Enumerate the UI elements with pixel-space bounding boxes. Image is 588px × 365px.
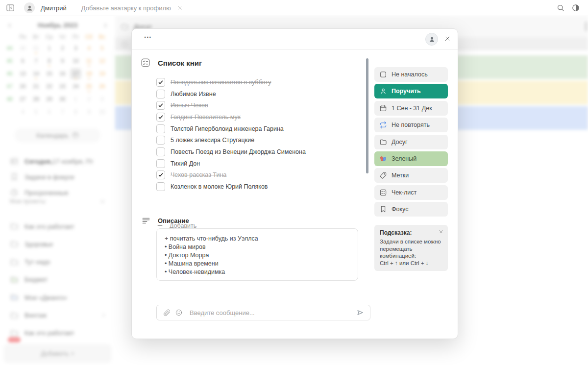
property-label: Зеленый	[392, 155, 416, 162]
modal-scrollbar[interactable]	[366, 58, 368, 173]
avatar-person-icon	[26, 4, 33, 12]
modal-close-icon[interactable]	[444, 35, 451, 42]
property-button-tag[interactable]: Метки	[374, 168, 448, 183]
checklist-item-label[interactable]: Голдинг Повелитель мух	[171, 114, 241, 121]
task-modal: ... Список книг Понедельник начинается в…	[131, 28, 458, 339]
description-line: • Доктор Морра	[165, 251, 350, 260]
hint-tooltip: Подсказка: Задачи в списке можноперемеща…	[374, 225, 448, 271]
checklist-item: Голдинг Повелитель мух	[156, 111, 352, 123]
assignee-avatar[interactable]	[425, 33, 438, 46]
more-menu-button[interactable]: ...	[144, 31, 152, 39]
property-label: Метки	[392, 172, 409, 179]
checklist-item: Козленок в молоке Юрий Поляков	[156, 181, 352, 193]
checkbox[interactable]	[156, 159, 165, 168]
property-button-status-checkbox[interactable]: Не началось	[374, 67, 448, 82]
checkbox[interactable]	[156, 147, 165, 156]
checklist-item: Повесть Поезд из Венеции Джорджа Сименон…	[156, 146, 352, 158]
checkbox[interactable]	[156, 101, 165, 110]
property-button-person[interactable]: Поручить	[374, 84, 448, 98]
task-properties: Не началосьПоручить1 Сен - 31 ДекНе повт…	[374, 67, 448, 219]
modal-header: ...	[132, 29, 458, 50]
property-button-repeat[interactable]: Не повторять	[374, 118, 448, 132]
checkbox[interactable]	[156, 90, 165, 98]
checkbox[interactable]	[156, 78, 165, 87]
panel-collapse-icon[interactable]	[5, 3, 15, 13]
property-button-folder[interactable]: Досуг	[374, 135, 448, 149]
checklist-item: Ионыч Чехов	[156, 99, 352, 111]
property-label: Не началось	[392, 71, 428, 78]
checklist-item: 5 ложек элексира Стругацкие	[156, 134, 352, 146]
hint-text-line: Ctrl + ↑ или Ctrl + ↓	[380, 260, 442, 267]
checkbox[interactable]	[156, 113, 165, 122]
emoji-icon[interactable]	[175, 309, 183, 316]
checklist-item-label[interactable]: 5 ложек элексира Стругацкие	[171, 137, 254, 144]
checkbox[interactable]	[156, 170, 165, 179]
avatar-hint-text: Добавьте аватарку к профилю	[81, 4, 171, 12]
send-icon[interactable]	[356, 309, 364, 316]
checklist-item-label[interactable]: Толстой Гиперболоид инженера Гарина	[171, 125, 284, 132]
description-line: + почитать что-нибудь из Уэллса	[165, 235, 350, 243]
checkbox[interactable]	[156, 136, 165, 145]
checklist-item: Понедельник начинается в субботу	[156, 76, 352, 88]
hint-title: Подсказка:	[380, 229, 442, 236]
app-window: Дмитрий Добавьте аватарку к профилю Нояб…	[0, 0, 588, 365]
repeat-icon	[379, 121, 387, 129]
checklist-icon	[379, 189, 387, 196]
checklist-item-label[interactable]: Козленок в молоке Юрий Поляков	[171, 183, 268, 190]
checklist-title: Список книг	[158, 59, 202, 67]
description-editor[interactable]: + почитать что-нибудь из Уэллса• Война м…	[156, 228, 358, 281]
property-button-color[interactable]: Зеленый	[374, 151, 448, 166]
checklist-item: Толстой Гиперболоид инженера Гарина	[156, 123, 352, 135]
property-button-bookmark[interactable]: Фокус	[374, 202, 448, 217]
folder-icon	[379, 138, 387, 146]
checklist-item-label[interactable]: Повесть Поезд из Венеции Джорджа Сименон…	[171, 148, 306, 155]
theme-toggle-icon[interactable]	[571, 3, 580, 12]
avatar[interactable]	[24, 2, 35, 13]
checklist-item: Чехов рассказ Тина	[156, 170, 352, 181]
description-section-icon	[141, 216, 151, 225]
property-label: Поручить	[392, 88, 421, 95]
tag-icon	[379, 171, 387, 179]
message-input[interactable]	[189, 309, 356, 317]
top-bar: Дмитрий Добавьте аватарку к профилю	[0, 0, 588, 16]
status-checkbox-icon	[379, 71, 387, 78]
message-bar	[156, 305, 370, 320]
avatar-person-icon	[428, 36, 436, 43]
bookmark-icon	[379, 205, 387, 213]
description-line: • Машина времени	[165, 260, 350, 268]
search-icon[interactable]	[556, 3, 565, 12]
checklist-item-label[interactable]: Любимов Извне	[171, 91, 216, 97]
checklist-item: Тихий Дон	[156, 158, 352, 170]
hint-close-icon[interactable]	[439, 229, 443, 234]
property-button-checklist[interactable]: Чек-лист	[374, 185, 448, 200]
person-icon	[379, 87, 387, 95]
property-label: Досуг	[392, 139, 408, 146]
checklist-item-label[interactable]: Ионыч Чехов	[171, 102, 208, 109]
description-line: • Война миров	[165, 243, 350, 251]
property-button-calendar[interactable]: 1 Сен - 31 Дек	[374, 101, 448, 116]
hint-text-line: перемещать комбинацией:	[380, 245, 442, 260]
hint-text-line: Задачи в списке можно	[380, 238, 442, 245]
checkbox[interactable]	[156, 124, 165, 133]
checkbox[interactable]	[156, 182, 165, 191]
user-name: Дмитрий	[41, 4, 67, 12]
checklist: Понедельник начинается в субботуЛюбимов …	[156, 76, 352, 193]
checklist-item-label[interactable]: Тихий Дон	[171, 160, 200, 167]
calendar-icon	[379, 104, 387, 112]
property-label: 1 Сен - 31 Дек	[392, 105, 432, 112]
checklist-section-icon	[140, 57, 151, 68]
checklist-item-label[interactable]: Чехов рассказ Тина	[171, 171, 226, 178]
color-icon	[379, 155, 387, 163]
description-line: • Человек-невидимка	[165, 268, 350, 276]
property-label: Фокус	[392, 206, 408, 213]
description-title: Описание	[158, 217, 189, 224]
property-label: Не повторять	[392, 122, 430, 128]
property-label: Чек-лист	[392, 189, 416, 196]
attach-icon[interactable]	[163, 309, 171, 316]
checklist-item-label[interactable]: Понедельник начинается в субботу	[171, 79, 271, 86]
checklist-item: Любимов Извне	[156, 88, 352, 100]
close-icon[interactable]	[177, 5, 183, 11]
